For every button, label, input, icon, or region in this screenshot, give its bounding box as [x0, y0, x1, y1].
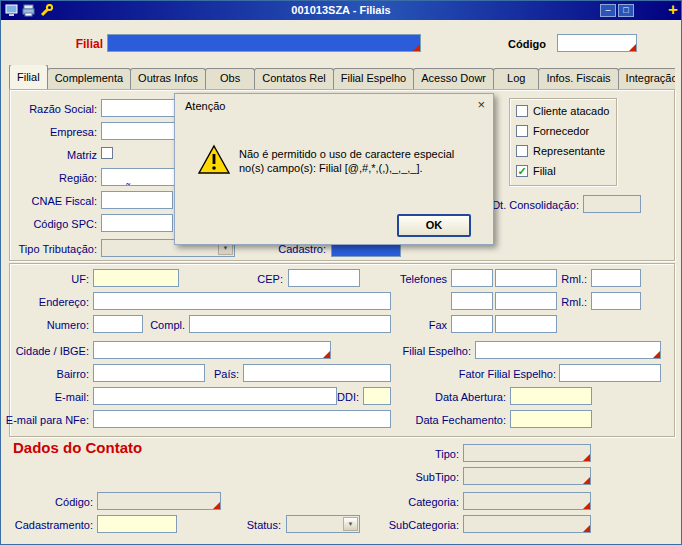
- lookup-mark: [213, 502, 220, 509]
- cadastramento-field[interactable]: 30/05/2019: [97, 515, 177, 533]
- cep-label: CEP:: [201, 272, 283, 286]
- tab-obs[interactable]: Obs: [205, 68, 255, 89]
- email-field[interactable]: [93, 387, 337, 405]
- data-abertura-field[interactable]: / /: [510, 387, 592, 405]
- fax-ddd-field[interactable]: ( ): [451, 315, 493, 333]
- fax-ddd-value: ( ): [467, 330, 493, 333]
- tipo-field[interactable]: [463, 444, 591, 462]
- dt-consolidacao-field[interactable]: / /: [583, 195, 641, 213]
- lookup-mark: [583, 477, 590, 484]
- codigo-label: Código: [496, 37, 546, 51]
- fax-field[interactable]: [495, 315, 557, 333]
- ddi-value: 55: [379, 402, 391, 405]
- cidade-ibge-value: OSASCO: [109, 356, 156, 359]
- telefone2-ddd-field[interactable]: ( ): [451, 292, 493, 310]
- fator-filial-espelho-field[interactable]: 0.00000: [559, 364, 661, 382]
- compl-field[interactable]: [189, 315, 391, 333]
- lookup-mark: [629, 44, 636, 51]
- lookup-mark: [413, 44, 420, 51]
- filial-field-value: CAMP@#INAS*(): [123, 49, 209, 52]
- warning-dialog: Atenção × Não é permitido o uso de carac…: [174, 93, 494, 245]
- compl-label: Compl.: [147, 318, 185, 332]
- email-nfe-label: E-mail para NFe:: [1, 413, 89, 427]
- subcategoria-field[interactable]: [463, 515, 591, 533]
- data-fechamento-field[interactable]: / /: [510, 410, 592, 428]
- tab-filial[interactable]: Filial: [9, 65, 48, 89]
- endereco-label: Endereço:: [1, 295, 89, 309]
- telefone-ddd-field[interactable]: ( 11 ): [451, 269, 493, 287]
- pais-field[interactable]: BRASIL: [243, 364, 391, 382]
- telefones-label: Telefones: [361, 272, 447, 286]
- chevron-down-icon[interactable]: ▼: [343, 517, 358, 531]
- cnae-fiscal-label: CNAE Fiscal:: [9, 194, 97, 208]
- tab-integracao[interactable]: Integração E: [618, 68, 675, 89]
- rml2-field[interactable]: [591, 292, 641, 310]
- dialog-message-line1: Não é permitido o uso de caractere espec…: [239, 148, 454, 160]
- bairro-label: Bairro:: [1, 367, 89, 381]
- filial-espelho-label: Filial Espelho:: [391, 344, 471, 358]
- representante-checkbox[interactable]: [516, 145, 528, 157]
- flags-group-box: Cliente atacado Fornecedor Representante…: [509, 98, 617, 186]
- contato-codigo-field[interactable]: [97, 492, 221, 510]
- numero-label: Numero:: [1, 318, 89, 332]
- filial-espelho-field[interactable]: [475, 341, 661, 359]
- dialog-message-line2: no(s) campo(s): Filial [@,#,*,(,),_,_,_]…: [239, 162, 423, 174]
- maximize-button[interactable]: □: [618, 4, 634, 17]
- filial-label: Filial: [59, 37, 103, 51]
- data-fechamento-label: Data Fechamento:: [401, 413, 506, 427]
- uf-field[interactable]: SP: [93, 269, 179, 287]
- filial-checkbox-label: Filial: [533, 165, 556, 178]
- email-nfe-field[interactable]: [93, 410, 391, 428]
- bairro-field[interactable]: [93, 364, 205, 382]
- dialog-title: Atenção: [185, 100, 225, 112]
- email-label: E-mail:: [1, 390, 89, 404]
- cnae-fiscal-field[interactable]: [101, 191, 173, 209]
- app-window: 001013SZA - Filiais – □ + Filial CAMP@#I…: [0, 0, 682, 545]
- codigo-spc-label: Código SPC:: [9, 217, 97, 231]
- filial-field[interactable]: CAMP@#INAS*(): [107, 34, 421, 52]
- contato-codigo-label: Código:: [9, 495, 93, 509]
- regiao-label: Região:: [9, 171, 97, 185]
- cep-field[interactable]: [288, 269, 360, 287]
- cliente-atacado-checkbox[interactable]: [516, 105, 528, 117]
- fornecedor-label: Fornecedor: [533, 125, 589, 138]
- tipo-label: Tipo:: [361, 447, 459, 461]
- cidade-ibge-field[interactable]: OSASCO: [93, 341, 331, 359]
- filial-checkbox[interactable]: ✓: [516, 165, 528, 177]
- codigo-spc-field[interactable]: [101, 214, 173, 232]
- status-label: Status:: [221, 518, 281, 532]
- tab-acesso-down[interactable]: Acesso Dowr: [413, 68, 494, 89]
- plus-icon[interactable]: +: [668, 0, 678, 20]
- dados-do-contato-title: Dados do Contato: [13, 439, 142, 456]
- lookup-mark: [653, 351, 660, 358]
- fornecedor-checkbox[interactable]: [516, 125, 528, 137]
- minimize-button[interactable]: –: [600, 4, 616, 17]
- tab-log[interactable]: Log: [493, 68, 539, 89]
- matriz-checkbox[interactable]: [101, 147, 113, 159]
- subtipo-field[interactable]: [463, 467, 591, 485]
- data-abertura-value: / /: [526, 402, 535, 405]
- tab-filial-espelho[interactable]: Filial Espelho: [333, 68, 414, 89]
- rml1-field[interactable]: [591, 269, 641, 287]
- telefone-ddd-value: ( 11 ): [467, 284, 492, 287]
- close-icon[interactable]: ×: [477, 98, 485, 112]
- cliente-atacado-label: Cliente atacado: [533, 105, 609, 118]
- tab-infos-fiscais[interactable]: Infos. Fiscais: [538, 68, 618, 89]
- lookup-mark: [583, 454, 590, 461]
- ddi-field[interactable]: 55: [363, 387, 391, 405]
- status-dropdown[interactable]: ▼: [286, 515, 360, 533]
- categoria-field[interactable]: [463, 492, 591, 510]
- warning-icon: [197, 144, 231, 175]
- codigo-field[interactable]: [557, 34, 637, 52]
- endereco-field[interactable]: RUA: [93, 292, 391, 310]
- numero-field[interactable]: [93, 315, 143, 333]
- cadastro-value: 30/05/2019: [347, 254, 401, 257]
- lookup-mark: [323, 351, 330, 358]
- tab-complementa[interactable]: Complementa: [47, 68, 131, 89]
- uf-label: UF:: [1, 272, 89, 286]
- window-title: 001013SZA - Filiais: [1, 1, 681, 20]
- ok-button[interactable]: OK: [397, 214, 471, 237]
- tab-outras-infos[interactable]: Outras Infos: [130, 68, 206, 89]
- tab-contatos-rel[interactable]: Contatos Rel: [254, 68, 334, 89]
- representante-label: Representante: [533, 145, 605, 158]
